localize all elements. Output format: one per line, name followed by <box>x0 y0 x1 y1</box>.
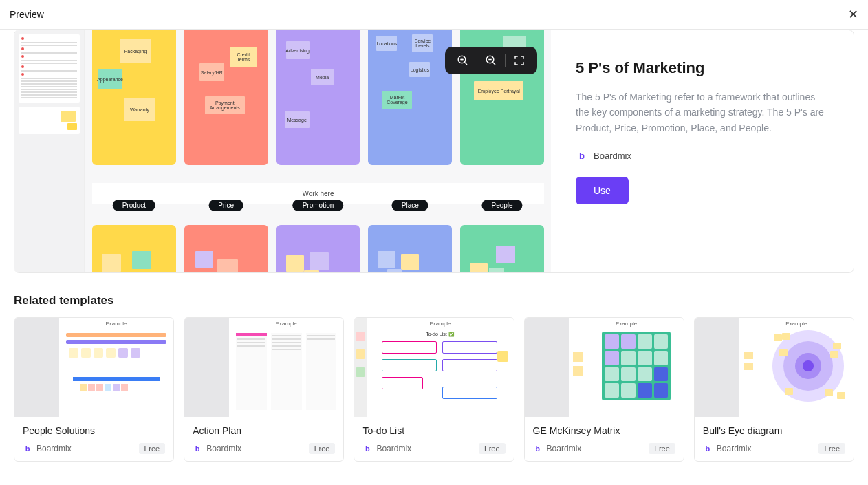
page-title: Preview <box>10 9 44 20</box>
template-card[interactable]: Example <box>694 317 854 462</box>
column-promotion-top: Advertising Media Message <box>276 30 360 165</box>
column-price-bottom: Price <box>184 225 268 272</box>
sticky-note[interactable]: Media <box>311 69 334 85</box>
sticky-note[interactable]: Message <box>285 111 310 128</box>
column-product-top: Packaging Appearance Warranty <box>92 30 176 165</box>
column-label-place: Place <box>392 200 428 211</box>
zoom-in-icon[interactable] <box>456 54 470 67</box>
related-heading: Related templates <box>14 294 854 308</box>
sticky-note[interactable]: Advertising <box>286 41 310 59</box>
template-info-panel: 5 P's of Marketing The 5 P's of Marketin… <box>551 30 854 272</box>
template-card[interactable]: Example Action Plan bBoardmix Free <box>184 317 344 462</box>
template-title: 5 P's of Marketing <box>576 59 829 77</box>
sticky-note[interactable]: Locations <box>376 36 397 51</box>
template-card-author: Boardmix <box>376 444 411 453</box>
template-card-title: Action Plan <box>193 425 335 436</box>
close-button[interactable]: ✕ <box>848 7 858 22</box>
zoom-out-icon[interactable] <box>484 54 498 67</box>
thumb-title: To-do List ✅ <box>367 332 513 337</box>
sticky-note[interactable] <box>304 270 319 272</box>
sticky-note[interactable]: Warranty <box>124 98 155 121</box>
thumb-label: Example <box>276 321 297 327</box>
template-card-title: To-do List <box>362 425 505 436</box>
zoom-toolbar <box>445 47 537 74</box>
sticky-note[interactable]: Logistics <box>409 62 430 77</box>
sticky-note[interactable]: Market Coverage <box>382 91 412 109</box>
sticky-note[interactable]: Payment Arrangements <box>205 96 245 114</box>
thumb-label: Example <box>616 321 637 327</box>
column-label-promotion: Promotion <box>293 200 344 211</box>
template-card-title: GE McKinsey Matrix <box>533 425 675 436</box>
svg-line-5 <box>492 62 495 65</box>
price-badge: Free <box>649 443 675 454</box>
sticky-note[interactable]: Appearance <box>98 69 122 89</box>
sticky-note[interactable] <box>387 269 402 272</box>
template-card[interactable]: Example GE McKinsey Matrix bBoardmix Fre… <box>524 317 684 462</box>
sticky-note[interactable]: Salary/HR <box>199 63 224 81</box>
column-place-bottom: Place <box>368 225 452 272</box>
boardmix-logo-icon: b <box>576 149 588 162</box>
price-badge: Free <box>479 443 506 454</box>
sticky-note[interactable] <box>217 259 238 272</box>
thumb-label: Example <box>429 321 451 327</box>
template-thumbnail: Example <box>695 318 854 417</box>
sticky-note[interactable] <box>286 255 304 272</box>
fullscreen-icon[interactable] <box>512 54 526 67</box>
template-card-title: People Solutions <box>23 425 165 436</box>
sticky-note[interactable]: Employee Portrayal <box>474 81 523 100</box>
column-price-top: Credit Terms Salary/HR Payment Arrangeme… <box>184 30 268 165</box>
sticky-note[interactable] <box>195 251 213 268</box>
boardmix-logo-icon: b <box>193 444 202 453</box>
sticky-note[interactable] <box>401 254 419 270</box>
template-canvas[interactable]: Packaging Appearance Warranty Credit Ter… <box>14 30 551 272</box>
column-product-bottom: Product <box>92 225 176 272</box>
template-thumbnail: Example <box>525 318 684 417</box>
thumb-label: Example <box>785 321 807 327</box>
preview-card: Packaging Appearance Warranty Credit Ter… <box>14 30 854 273</box>
column-label-price: Price <box>208 200 243 211</box>
template-card-author: Boardmix <box>36 444 72 453</box>
column-people-bottom: People <box>460 225 544 272</box>
price-badge: Free <box>139 443 166 454</box>
boardmix-logo-icon: b <box>533 444 543 453</box>
related-templates-list: Example People Solutions bBoardmix Free <box>14 317 854 462</box>
template-card-author: Boardmix <box>717 444 752 453</box>
svg-line-1 <box>464 62 467 65</box>
column-place-top: Locations Service Levels Logistics Marke… <box>368 30 452 165</box>
template-thumbnail: Example <box>14 318 173 417</box>
sticky-note[interactable] <box>102 254 121 272</box>
column-promotion-bottom: Promotion <box>276 225 360 272</box>
template-thumbnail: Example To-do List ✅ <box>354 318 513 417</box>
template-card-title: Bull's Eye diagram <box>703 425 845 436</box>
sticky-note[interactable] <box>310 252 329 270</box>
boardmix-logo-icon: b <box>23 444 32 453</box>
sticky-note[interactable]: Packaging <box>120 39 151 63</box>
template-card[interactable]: Example People Solutions bBoardmix Free <box>14 317 174 462</box>
sticky-note[interactable]: Credit Terms <box>230 47 257 67</box>
sticky-note[interactable] <box>496 246 515 263</box>
thumb-label: Example <box>105 321 127 327</box>
price-badge: Free <box>309 443 336 454</box>
use-template-button[interactable]: Use <box>576 177 629 204</box>
column-label-people: People <box>482 200 523 211</box>
boardmix-logo-icon: b <box>362 444 372 453</box>
template-card-author: Boardmix <box>547 444 582 453</box>
column-label-product: Product <box>113 200 155 211</box>
template-card-author: Boardmix <box>206 444 241 453</box>
sticky-note[interactable] <box>132 251 151 269</box>
sticky-note[interactable] <box>470 263 488 272</box>
template-thumbnail: Example <box>184 318 343 417</box>
canvas-thumbnail-sidebar <box>14 30 85 272</box>
boardmix-logo-icon: b <box>703 444 713 453</box>
sticky-note[interactable]: Service Levels <box>412 34 433 52</box>
sticky-note[interactable] <box>378 251 395 268</box>
template-author: Boardmix <box>594 151 631 161</box>
template-description: The 5 P's of Marketing refer to a framew… <box>576 89 829 136</box>
template-card[interactable]: Example To-do List ✅ To-do List bBoardmi… <box>354 317 514 462</box>
sticky-note[interactable] <box>489 268 504 272</box>
price-badge: Free <box>818 443 845 454</box>
